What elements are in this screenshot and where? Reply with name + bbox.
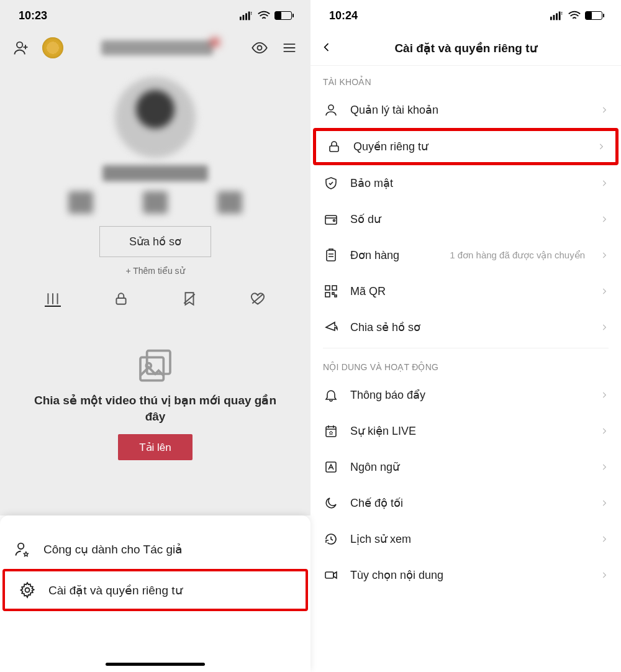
svg-point-12: [25, 588, 30, 593]
eye-icon[interactable]: [251, 39, 268, 57]
language-icon: [323, 459, 339, 475]
history-icon: [323, 531, 339, 547]
item-label: Tùy chọn nội dung: [350, 568, 589, 582]
svg-rect-14: [553, 15, 555, 20]
empty-state-title: Chia sẻ một video thú vị bạn mới quay gầ…: [31, 393, 279, 424]
chevron-right-icon: [600, 391, 609, 399]
svg-rect-30: [325, 572, 333, 578]
chevron-right-icon: [600, 463, 609, 471]
item-dark-mode[interactable]: Chế độ tối: [310, 485, 621, 521]
stat-following-blur: [68, 191, 93, 214]
svg-point-5: [17, 42, 22, 48]
sheet-item-label: Cài đặt và quyền riêng tư: [48, 583, 183, 597]
gear-icon: [19, 581, 36, 599]
item-label: Chế độ tối: [350, 496, 589, 510]
svg-point-18: [329, 105, 333, 110]
chevron-right-icon: [600, 535, 609, 543]
upload-button[interactable]: Tải lên: [118, 434, 193, 460]
item-label: Quản lý tài khoản: [350, 103, 589, 117]
item-push[interactable]: Thông báo đẩy: [310, 377, 621, 413]
item-content-pref[interactable]: Tùy chọn nội dung: [310, 557, 621, 593]
item-label: Chia sẻ hồ sơ: [350, 320, 589, 334]
chevron-right-icon: [600, 571, 609, 579]
item-language[interactable]: Ngôn ngữ: [310, 449, 621, 485]
item-balance[interactable]: Số dư: [310, 201, 621, 237]
stat-likes-blur: [217, 191, 242, 214]
svg-text:!: !: [250, 11, 252, 16]
item-orders[interactable]: Đơn hàng 1 đơn hàng đã được vận chuyển: [310, 237, 621, 273]
person-star-icon: [14, 540, 31, 558]
profile-name-blurred: [101, 40, 213, 55]
svg-rect-19: [330, 146, 338, 152]
svg-rect-0: [240, 17, 242, 20]
chevron-right-icon: [600, 215, 609, 224]
tab-liked[interactable]: [250, 291, 266, 307]
shield-icon: [323, 175, 339, 191]
svg-rect-27: [335, 295, 337, 297]
chevron-right-icon: [600, 323, 609, 332]
person-icon: [323, 102, 339, 118]
page-title: Cài đặt và quyền riêng tư: [394, 41, 537, 55]
chevron-right-icon: [600, 179, 609, 188]
home-indicator: [106, 663, 205, 666]
chevron-right-icon: [600, 106, 609, 114]
bell-icon: [323, 387, 339, 403]
calendar-star-icon: [323, 423, 339, 439]
add-bio-button[interactable]: + Thêm tiểu sử: [0, 266, 310, 276]
svg-rect-3: [248, 12, 250, 20]
avatar-blurred: [115, 77, 196, 158]
moon-icon: [323, 495, 339, 511]
svg-rect-15: [556, 13, 558, 20]
video-icon: [323, 567, 339, 583]
item-label: Lịch sử xem: [350, 532, 589, 546]
tab-grid[interactable]: [45, 291, 61, 307]
item-label: Quyền riêng tư: [353, 140, 586, 153]
sheet-settings-privacy[interactable]: Cài đặt và quyền riêng tư: [2, 569, 308, 611]
item-label: Số dư: [350, 212, 589, 226]
item-label: Thông báo đẩy: [350, 388, 589, 402]
chevron-right-icon: [600, 251, 609, 260]
svg-point-21: [333, 220, 335, 222]
edit-profile-button[interactable]: Sửa hồ sơ: [99, 226, 211, 257]
username-blurred: [102, 165, 208, 181]
svg-point-11: [18, 543, 24, 549]
chevron-right-icon: [600, 427, 609, 435]
svg-rect-25: [325, 293, 330, 297]
item-label: Đơn hàng: [350, 248, 438, 262]
wallet-icon: [323, 211, 339, 227]
seasonal-badge-icon[interactable]: [42, 37, 63, 58]
item-share-profile[interactable]: Chia sẻ hồ sơ: [310, 309, 621, 345]
clipboard-icon: [323, 247, 339, 263]
item-watch-history[interactable]: Lịch sử xem: [310, 521, 621, 557]
status-icons: !: [240, 11, 292, 20]
svg-rect-16: [559, 12, 561, 20]
section-account: TÀI KHOẢN: [310, 66, 621, 92]
svg-rect-13: [550, 17, 552, 20]
item-security[interactable]: Bảo mật: [310, 165, 621, 201]
svg-rect-2: [245, 13, 247, 20]
add-friend-icon[interactable]: [12, 39, 30, 57]
tab-saved[interactable]: [181, 291, 197, 307]
item-extra: 1 đơn hàng đã được vận chuyển: [450, 250, 585, 261]
item-qr[interactable]: Mã QR: [310, 273, 621, 309]
item-label: Sự kiện LIVE: [350, 424, 589, 438]
svg-rect-22: [327, 250, 335, 261]
qr-icon: [323, 283, 339, 299]
section-content: NỘI DUNG VÀ HOẠT ĐỘNG: [310, 351, 621, 377]
back-button[interactable]: [320, 41, 333, 56]
sheet-creator-tools[interactable]: Công cụ dành cho Tác giả: [0, 530, 310, 568]
status-time: 10:24: [329, 9, 358, 22]
item-label: Bảo mật: [350, 176, 589, 190]
item-label: Ngôn ngữ: [350, 460, 589, 474]
tab-private[interactable]: [113, 291, 129, 307]
svg-rect-7: [116, 298, 125, 304]
item-manage-account[interactable]: Quản lý tài khoản: [310, 92, 621, 128]
lock-icon: [326, 138, 342, 155]
chevron-right-icon: [600, 287, 609, 296]
svg-rect-9: [140, 357, 163, 380]
menu-icon[interactable]: [281, 39, 298, 57]
item-live-events[interactable]: Sự kiện LIVE: [310, 413, 621, 449]
item-privacy[interactable]: Quyền riêng tư: [313, 128, 619, 165]
svg-text:!: !: [561, 11, 562, 16]
svg-rect-26: [332, 293, 334, 294]
